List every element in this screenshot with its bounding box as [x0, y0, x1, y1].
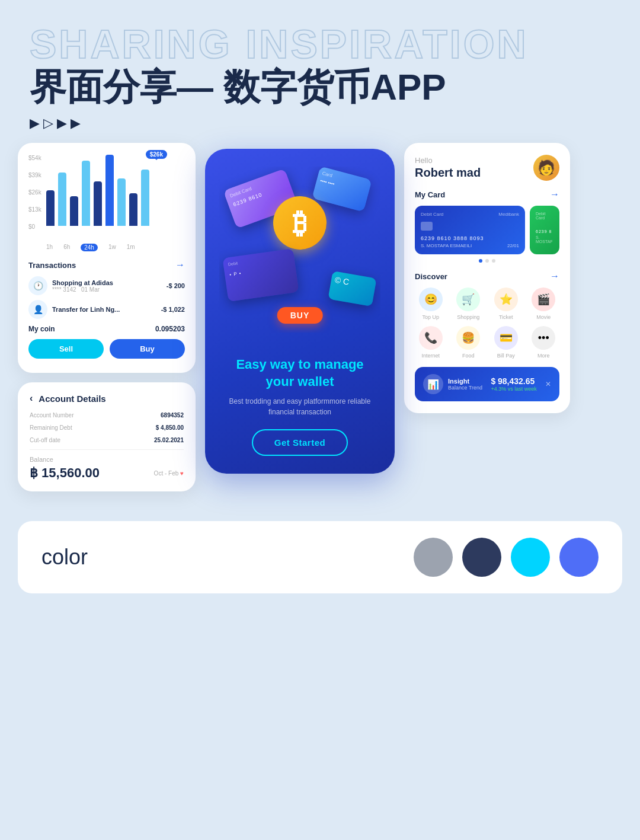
- sell-button[interactable]: Sell: [28, 339, 104, 359]
- x-label-1w[interactable]: 1w: [108, 244, 116, 251]
- left-column: $54k $39k $26k $13k $0 $26k: [18, 143, 196, 491]
- discover-food[interactable]: 🍔 Food: [453, 326, 485, 359]
- discover-billpay[interactable]: 💳 Bill Pay: [490, 326, 522, 359]
- floating-card-indigo: Debit • P •: [222, 248, 299, 302]
- transactions-header: Transactions →: [28, 260, 185, 270]
- header-title-zh: 界面分享— 数字货币APP: [30, 67, 610, 107]
- account-row-number: Account Number 6894352: [30, 412, 184, 419]
- food-label: Food: [462, 353, 475, 359]
- discover-movie[interactable]: 🎬 Movie: [528, 288, 560, 320]
- user-greeting: Hello Robert mad: [415, 156, 481, 180]
- discover-internet[interactable]: 📞 Internet: [415, 326, 447, 359]
- insight-sublabel: Balance Trend: [448, 385, 482, 391]
- bar-7: [117, 178, 126, 226]
- x-label-1h[interactable]: 1h: [46, 244, 53, 251]
- discover-shopping[interactable]: 🛒 Shopping: [453, 288, 485, 320]
- chart-container: $54k $39k $26k $13k $0 $26k: [28, 155, 185, 238]
- center-description: Best trodding and easy platformmore reli…: [225, 396, 375, 417]
- avatar: 🧑: [533, 155, 559, 181]
- chart-x-labels: 1h 6h 24h 1w 1m: [28, 244, 185, 251]
- account-row-debt: Remaining Debt $ 4,850.00: [30, 424, 184, 431]
- remaining-debt-value: $ 4,850.00: [156, 424, 184, 431]
- buy-button[interactable]: Buy: [110, 339, 185, 359]
- get-started-button[interactable]: Get Started: [252, 429, 348, 456]
- cutoff-date-value: 25.02.2021: [154, 437, 184, 443]
- header: SHARING INSPIRATION 界面分享— 数字货币APP ▶ ▷ ▶ …: [0, 0, 640, 143]
- discover-arrow[interactable]: →: [550, 271, 559, 282]
- right-card-header: Hello Robert mad 🧑: [415, 155, 559, 181]
- divider: [30, 449, 184, 450]
- dot-3[interactable]: [492, 259, 495, 263]
- header-title-bg: SHARING INSPIRATION: [30, 24, 610, 64]
- card-number-2: 6239 8: [536, 229, 553, 234]
- my-card-section: My Card → Debit Card Medibank 6239 8610 …: [415, 189, 559, 263]
- tx-name-1: Shopping at Adidas: [52, 279, 162, 286]
- chart-bars: $26k: [28, 155, 185, 226]
- tx-info-1: Shopping at Adidas **** 3142 01 Mar: [52, 279, 162, 293]
- insight-close-button[interactable]: ✕: [545, 380, 551, 388]
- insight-card: 📊 Insight Balance Trend $ 98,432.65 +4.3…: [415, 367, 559, 401]
- bar-6: [105, 155, 114, 226]
- main-content: $54k $39k $26k $13k $0 $26k: [0, 143, 640, 509]
- floating-card-cyan: © C: [328, 271, 376, 306]
- chart-tooltip: $26k: [146, 150, 167, 159]
- card-chip: [421, 222, 433, 231]
- my-card-arrow[interactable]: →: [550, 189, 559, 200]
- bar-2: [58, 173, 66, 226]
- dot-2[interactable]: [485, 259, 489, 263]
- heading-highlight: manage: [314, 357, 363, 372]
- phone-visual-area: Debit Card 6239 8610 Card •••• •••• ₿ De…: [219, 167, 380, 333]
- color-swatches: [414, 538, 599, 577]
- account-title: Account Details: [39, 394, 105, 404]
- balance-value: ฿ 15,560.00: [30, 465, 100, 481]
- balance-period: Oct - Feb ♥: [154, 470, 184, 477]
- bar-3: [70, 196, 78, 226]
- topup-icon: 😊: [419, 288, 443, 311]
- floating-card-blue: Card •••• ••••: [312, 167, 372, 212]
- transactions-arrow[interactable]: →: [175, 260, 185, 270]
- my-card-header: My Card →: [415, 189, 559, 200]
- tx-info-2: Transfer for Linh Ng...: [52, 306, 156, 313]
- card-type-2: Debit Card: [536, 212, 553, 220]
- remaining-debt-label: Remaining Debt: [30, 424, 72, 431]
- account-number-value: 6894352: [161, 412, 184, 419]
- transaction-item-2: 👤 Transfer for Linh Ng... -$ 1,022: [28, 300, 185, 319]
- action-buttons: Sell Buy: [28, 339, 185, 359]
- cards-row: Debit Card Medibank 6239 8610 3888 8093 …: [415, 206, 559, 254]
- hello-text: Hello: [415, 156, 481, 165]
- insight-text: Insight Balance Trend: [448, 378, 482, 391]
- account-number-label: Account Number: [30, 412, 73, 419]
- color-swatch-gray: [414, 538, 453, 577]
- color-swatch-cyan: [511, 538, 550, 577]
- more-icon: •••: [532, 326, 555, 350]
- more-label: More: [537, 353, 550, 359]
- card-slider-dots: [415, 259, 559, 263]
- insight-right: $ 98,432.65 +4.3% vs last week: [491, 376, 536, 392]
- tx-icon-1: 🕐: [28, 276, 47, 295]
- bar-5: [94, 181, 102, 226]
- insight-label: Insight: [448, 378, 482, 385]
- x-label-1m[interactable]: 1m: [127, 244, 135, 251]
- color-swatch-blue: [559, 538, 599, 577]
- avatar-emoji: 🧑: [537, 159, 555, 176]
- x-label-6h[interactable]: 6h: [63, 244, 70, 251]
- discover-more[interactable]: ••• More: [528, 326, 560, 359]
- discover-topup[interactable]: 😊 Top Up: [415, 288, 447, 320]
- card-holder-2: S. MOSTAF: [536, 235, 553, 244]
- card-holder: S. MOSTAFA ESMAEILI: [421, 243, 472, 248]
- account-card: ‹ Account Details Account Number 6894352…: [18, 382, 196, 491]
- shopping-icon: 🛒: [456, 288, 480, 311]
- internet-label: Internet: [421, 353, 440, 359]
- tx-amount-1: -$ 200: [167, 282, 185, 289]
- bar-9: [141, 170, 149, 226]
- payment-card-secondary: Debit Card 6239 8 S. MOSTAF: [530, 206, 559, 254]
- discover-ticket[interactable]: ⭐ Ticket: [490, 288, 522, 320]
- user-name: Robert mad: [415, 166, 481, 180]
- heading-end: your wallet: [266, 374, 334, 389]
- x-label-24h[interactable]: 24h: [81, 244, 98, 251]
- dot-1[interactable]: [479, 259, 482, 263]
- back-arrow[interactable]: ‹: [30, 393, 33, 404]
- right-card: Hello Robert mad 🧑 My Card → Debit Card …: [404, 143, 570, 413]
- card-expiry: 22/01: [507, 243, 519, 248]
- buy-label[interactable]: BUY: [277, 307, 323, 324]
